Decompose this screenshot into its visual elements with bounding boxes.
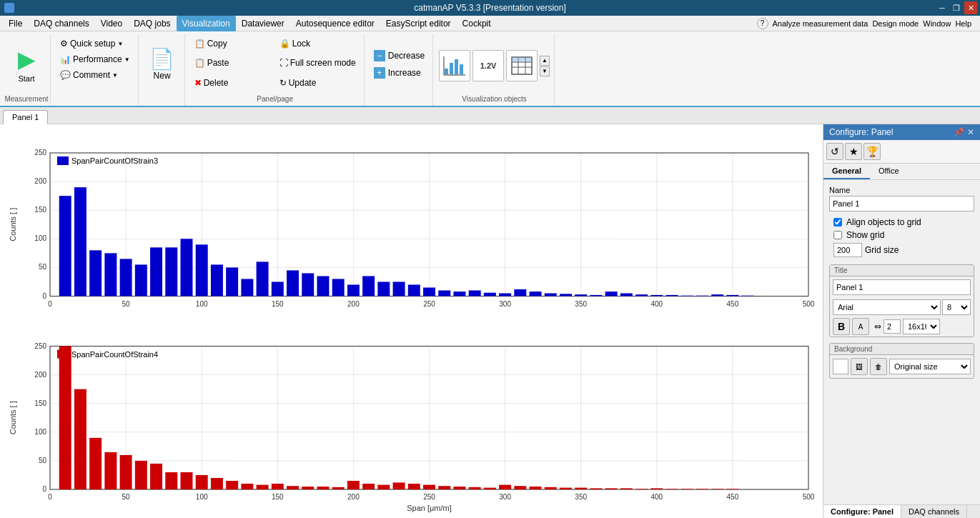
config-bottom-tab-daq[interactable]: DAQ channels [901, 505, 967, 518]
grid-size-row: Grid size [829, 241, 974, 259]
restore-button[interactable]: ❐ [950, 1, 963, 14]
update-icon: ↻ [279, 78, 287, 88]
font-row: Arial 8 [830, 298, 974, 317]
new-button[interactable]: 📄 New [144, 36, 180, 91]
new-icon: 📄 [149, 47, 174, 71]
align-to-grid-checkbox[interactable] [833, 218, 842, 226]
menu-file[interactable]: File [3, 16, 28, 31]
config-tab-office[interactable]: Office [870, 164, 908, 179]
comment-button[interactable]: 💬 Comment ▼ [56, 67, 134, 83]
window-menu[interactable]: Window [923, 19, 951, 28]
icon-size-select[interactable]: 16x16 [903, 319, 940, 334]
menu-easyscript-editor[interactable]: EasyScript editor [380, 16, 457, 31]
chart-viz-button[interactable] [439, 50, 470, 81]
decrease-label: Decrease [388, 51, 425, 61]
paste-button[interactable]: 📋 Paste [191, 55, 274, 71]
grid-size-label: Grid size [865, 245, 899, 255]
font-size-select[interactable]: 8 [942, 299, 971, 315]
title-group-label: Title [830, 265, 974, 277]
table-viz-button[interactable] [506, 50, 538, 81]
lock-button[interactable]: 🔒 Lock [276, 36, 360, 51]
config-tab-general[interactable]: General [823, 164, 870, 179]
paste-icon: 📋 [194, 58, 205, 68]
numeric-viz-button[interactable]: 1.2V [472, 50, 504, 81]
name-field-group: Name [829, 186, 974, 211]
title-bar: catmanAP V5.3.3 [Presentation version] ─… [0, 0, 980, 16]
background-color-swatch[interactable] [833, 359, 848, 374]
background-label: Background [830, 344, 974, 355]
measurement-label: Measurement [3, 95, 50, 103]
icon-style-row: B A ⇔ 16x16 [830, 317, 974, 337]
menu-autosequence-editor[interactable]: Autosequence editor [290, 16, 380, 31]
panel-tabs: Panel 1 [0, 107, 980, 124]
grid-size-input[interactable] [833, 243, 862, 257]
viz-scroll-down-button[interactable]: ▼ [540, 66, 550, 76]
start-button[interactable]: ▶ Start [9, 36, 44, 92]
align-to-grid-label: Align objects to grid [846, 217, 921, 227]
panel-tab-1[interactable]: Panel 1 [3, 110, 48, 124]
config-toolbar: ↺ ★ 🏆 [823, 140, 980, 164]
config-tabs: General Office [823, 164, 980, 180]
full-screen-button[interactable]: ⛶ Full screen mode [276, 55, 360, 71]
help-menu[interactable]: Help [955, 19, 971, 28]
config-pin-icon[interactable]: 📌 [954, 127, 964, 137]
full-screen-icon: ⛶ [279, 58, 288, 68]
comment-label: Comment [73, 70, 110, 80]
design-mode-menu[interactable]: Design mode [872, 19, 919, 28]
menu-video[interactable]: Video [95, 16, 128, 31]
font-select[interactable]: Arial [833, 299, 941, 315]
increase-button[interactable]: + Increase [370, 65, 428, 81]
show-grid-label: Show grid [846, 230, 884, 240]
menu-visualization[interactable]: Visualization [177, 16, 236, 31]
copy-button[interactable]: 📋 Copy [191, 36, 274, 51]
svg-rect-1 [450, 63, 453, 74]
start-label: Start [18, 74, 34, 83]
font-color-button[interactable]: A [852, 318, 869, 335]
analyze-menu[interactable]: Analyze measurement data [773, 19, 868, 28]
config-panel: Configure: Panel 📌 ✕ ↺ ★ 🏆 General Offic… [823, 124, 980, 518]
quick-setup-button[interactable]: ⚙ Quick setup ▼ [56, 36, 134, 51]
performance-button[interactable]: 📊 Performance ▼ [56, 51, 134, 67]
style-value-input[interactable] [884, 319, 901, 334]
lock-label: Lock [292, 39, 310, 49]
background-image-button[interactable]: 🖼 [851, 358, 868, 375]
window-controls: ─ ❐ ✕ [936, 1, 977, 14]
menu-daq-jobs[interactable]: DAQ jobs [128, 16, 176, 31]
full-screen-label: Full screen mode [290, 58, 356, 68]
config-star-button[interactable]: ★ [845, 143, 862, 160]
close-button[interactable]: ✕ [964, 1, 977, 14]
name-input[interactable] [829, 196, 974, 211]
quick-setup-label: Quick setup [70, 39, 115, 49]
menu-bar: File DAQ channels Video DAQ jobs Visuali… [0, 16, 980, 31]
performance-dropdown-icon: ▼ [124, 56, 130, 63]
config-refresh-button[interactable]: ↺ [826, 143, 843, 160]
numeric-icon: 1.2V [480, 61, 497, 70]
config-bottom-tab-panel[interactable]: Configure: Panel [823, 505, 901, 518]
title-input[interactable] [833, 279, 971, 295]
delete-button[interactable]: ✖ Delete [191, 75, 274, 91]
show-grid-checkbox[interactable] [833, 231, 842, 239]
ribbon-group-new: 📄 New [140, 34, 185, 106]
config-award-button[interactable]: 🏆 [863, 143, 881, 160]
config-bottom-tabs: Configure: Panel DAQ channels [823, 504, 980, 518]
config-close-icon[interactable]: ✕ [967, 127, 974, 137]
viz-scroll-up-button[interactable]: ▲ [540, 56, 550, 66]
start-icon: ▶ [18, 46, 36, 73]
config-header-icons: 📌 ✕ [954, 127, 974, 137]
ribbon: ▶ Start Measurement ⚙ Quick setup ▼ 📊 Pe… [0, 31, 980, 107]
help-circle-icon[interactable]: ? [757, 18, 768, 29]
font-style-bold-button[interactable]: B [833, 318, 850, 335]
menu-daq-channels[interactable]: DAQ channels [28, 16, 94, 31]
decrease-button[interactable]: − Decrease [370, 48, 428, 64]
minimize-button[interactable]: ─ [936, 1, 949, 14]
menu-cockpit[interactable]: Cockpit [457, 16, 497, 31]
background-size-select[interactable]: Original size [889, 359, 971, 374]
align-to-grid-row: Align objects to grid [829, 216, 974, 229]
app-icon [4, 3, 14, 13]
icon-size-separator: ⇔ [874, 322, 881, 332]
background-clear-button[interactable]: 🗑 [870, 358, 887, 375]
svg-rect-0 [445, 69, 448, 74]
update-button[interactable]: ↻ Update [276, 75, 360, 91]
svg-rect-3 [460, 64, 463, 74]
menu-dataviewer[interactable]: Dataviewer [236, 16, 290, 31]
